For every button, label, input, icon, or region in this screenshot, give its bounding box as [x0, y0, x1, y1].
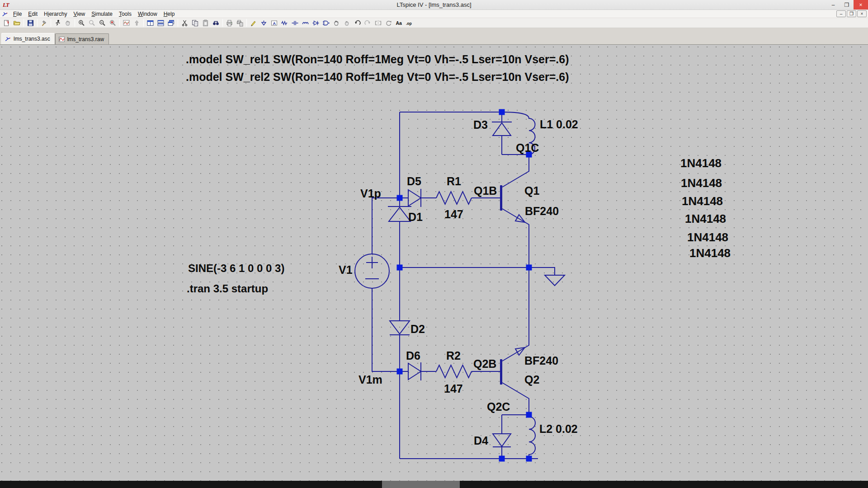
resistor-button[interactable] — [279, 19, 290, 28]
capacitor-button[interactable] — [290, 19, 300, 28]
diode-button[interactable] — [311, 19, 321, 28]
redo-button[interactable] — [363, 19, 373, 28]
menu-help[interactable]: Help — [160, 10, 178, 18]
label-l2[interactable]: L2 0.02 — [539, 422, 578, 435]
child-minimize-button[interactable]: – — [836, 10, 846, 17]
tile-vertical-icon — [146, 19, 154, 27]
mirror-button[interactable] — [373, 19, 383, 28]
print-button[interactable] — [224, 19, 235, 28]
halt-button[interactable] — [63, 19, 73, 28]
menu-hierarchy[interactable]: Hierarchy — [41, 10, 70, 18]
part-note[interactable]: 1N4148 — [682, 194, 723, 208]
zoom-out-button[interactable] — [97, 19, 108, 28]
svg-text:Aa: Aa — [396, 20, 402, 26]
net-label-q1b[interactable]: Q1B — [474, 184, 497, 197]
toolbar-separator — [75, 19, 75, 27]
net-label-v1m[interactable]: V1m — [359, 373, 382, 386]
undo-button[interactable] — [352, 19, 363, 28]
child-close-button[interactable]: × — [857, 10, 867, 17]
schematic-canvas[interactable]: .model SW_rel1 SW(Ron=140 Roff=1Meg Vt=0… — [0, 45, 868, 481]
spice-directive-button[interactable]: .op — [404, 19, 415, 28]
tile-horizontal-button[interactable] — [156, 19, 166, 28]
restore-button[interactable]: ❐ — [840, 0, 854, 9]
component-button[interactable] — [321, 19, 331, 28]
drag-button[interactable] — [342, 19, 352, 28]
cut-button[interactable] — [179, 19, 190, 28]
value-q1-model[interactable]: BF240 — [525, 205, 559, 217]
label-v1[interactable]: V1 — [339, 263, 353, 276]
close-button[interactable]: × — [854, 0, 868, 9]
part-note[interactable]: 1N4148 — [689, 246, 731, 260]
label-d5[interactable]: D5 — [407, 175, 421, 188]
move-button[interactable] — [331, 19, 342, 28]
label-l1[interactable]: L1 0.02 — [540, 118, 578, 131]
net-label-q2b[interactable]: Q2B — [473, 357, 496, 370]
label-q2[interactable]: Q2 — [524, 373, 539, 386]
label-d2[interactable]: D2 — [410, 323, 425, 335]
waveform-icon — [123, 19, 130, 27]
value-q2-model[interactable]: BF240 — [524, 354, 558, 367]
menu-edit[interactable]: Edit — [25, 10, 41, 18]
net-label-v1p[interactable]: V1p — [360, 187, 381, 200]
value-r1[interactable]: 147 — [444, 208, 463, 221]
tile-vertical-button[interactable] — [145, 19, 156, 28]
print-icon — [226, 19, 233, 27]
label-d4[interactable]: D4 — [474, 434, 488, 447]
inductor-button[interactable] — [300, 19, 311, 28]
minimize-button[interactable]: – — [826, 0, 840, 9]
ground-button[interactable] — [259, 19, 269, 28]
part-note[interactable]: 1N4148 — [687, 230, 728, 244]
toolbar-separator — [246, 19, 247, 27]
label-d6[interactable]: D6 — [406, 349, 420, 362]
paste-button[interactable] — [200, 19, 211, 28]
net-label-q1c[interactable]: Q1C — [516, 141, 539, 154]
save-button[interactable] — [25, 19, 36, 28]
tran-directive[interactable]: .tran 3.5 startup — [187, 282, 268, 295]
zoom-in-button[interactable] — [76, 19, 87, 28]
net-label-q2c[interactable]: Q2C — [487, 400, 510, 413]
sine-directive[interactable]: SINE(-3 6 1 0 0 0 3) — [188, 262, 284, 274]
model-directive-2[interactable]: .model SW_rel2 SW(Ron=140 Roff=1Meg Vt=0… — [186, 70, 569, 83]
zoom-full-button[interactable] — [108, 19, 118, 28]
menu-bar: File Edit Hierarchy View Simulate Tools … — [0, 10, 868, 18]
waveform-button[interactable] — [121, 19, 132, 28]
value-r2[interactable]: 147 — [444, 382, 463, 395]
cascade-button[interactable] — [166, 19, 176, 28]
menu-simulate[interactable]: Simulate — [88, 10, 116, 18]
text-tool-icon: Aa — [395, 19, 403, 27]
zoom-pan-button[interactable] — [87, 19, 97, 28]
label-r2[interactable]: R2 — [446, 349, 461, 362]
label-d3[interactable]: D3 — [473, 118, 488, 131]
taskbar-item[interactable] — [382, 481, 460, 488]
copy-button[interactable] — [190, 19, 200, 28]
part-note[interactable]: 1N4148 — [680, 156, 722, 170]
find-button[interactable] — [211, 19, 221, 28]
menu-file[interactable]: File — [10, 10, 25, 18]
toolbar-separator — [222, 19, 223, 27]
tab-waveform[interactable]: lms_trans3.raw — [55, 33, 109, 44]
menu-view[interactable]: View — [70, 10, 88, 18]
find-binoculars-icon — [212, 19, 220, 27]
label-d1[interactable]: D1 — [408, 211, 423, 223]
taskbar — [0, 481, 868, 488]
child-restore-button[interactable]: ❐ — [847, 10, 856, 17]
draw-wire-button[interactable] — [248, 19, 259, 28]
net-label-button[interactable]: A — [269, 19, 279, 28]
open-button[interactable] — [12, 19, 22, 28]
autorange-button[interactable] — [132, 19, 142, 28]
control-panel-button[interactable] — [39, 19, 49, 28]
tab-schematic[interactable]: lms_trans3.asc — [1, 33, 55, 44]
new-schematic-button[interactable] — [1, 19, 12, 28]
rotate-button[interactable] — [383, 19, 394, 28]
print-preview-button[interactable] — [235, 19, 245, 28]
label-r1[interactable]: R1 — [447, 175, 461, 188]
text-button[interactable]: Aa — [394, 19, 404, 28]
part-note[interactable]: 1N4148 — [681, 176, 722, 190]
part-note[interactable]: 1N4148 — [685, 212, 726, 225]
label-q1[interactable]: Q1 — [524, 184, 539, 197]
menu-window[interactable]: Window — [135, 10, 160, 18]
menu-tools[interactable]: Tools — [116, 10, 135, 18]
run-button[interactable] — [52, 19, 63, 28]
print-preview-icon — [236, 19, 244, 27]
model-directive-1[interactable]: .model SW_rel1 SW(Ron=140 Roff=1Meg Vt=0… — [186, 53, 569, 66]
